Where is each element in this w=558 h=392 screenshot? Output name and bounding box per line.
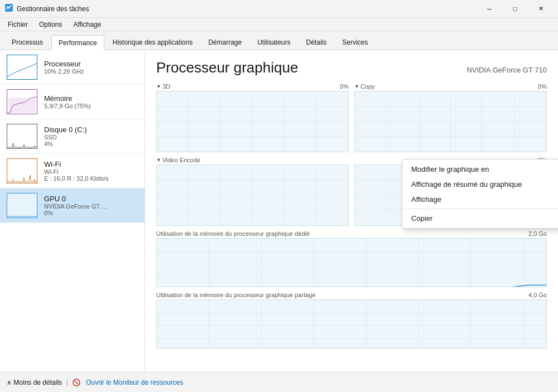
gpu-label: GPU 0 [44, 195, 138, 203]
mem-thumbnail [7, 89, 37, 114]
graph-copy-label-row: ▼ Copy 0% [354, 83, 547, 90]
menu-affichage[interactable]: Affichage [68, 20, 107, 30]
graph-section-encode: ▼ Video Encode [156, 157, 349, 226]
wifi-info: Wi-Fi Wi-Fi E : 16,0 R : 32,0 Kbits/s [44, 160, 138, 182]
graph-3d-box [156, 91, 349, 152]
mem-info: Mémoire 5,9/7,9 Go (75%) [44, 94, 138, 109]
wifi-thumbnail [7, 158, 37, 183]
graph-dedicated-mem-label: Utilisation de la mémoire du processeur … [156, 230, 310, 237]
app-icon [4, 3, 13, 14]
mem-sub: 5,9/7,9 Go (75%) [44, 103, 138, 109]
menu-options[interactable]: Options [33, 20, 68, 30]
content-header: Processeur graphique NVIDIA GeForce GT 7… [156, 59, 547, 76]
ctx-divider [402, 209, 558, 209]
sidebar: Processeur 10% 2,29 GHz Mémoire 5,9/7,9 … [0, 50, 145, 372]
sidebar-item-wifi[interactable]: Wi-Fi Wi-Fi E : 16,0 R : 32,0 Kbits/s [0, 154, 145, 188]
graph-dedicated-mem-box [156, 238, 547, 287]
tab-demarrage[interactable]: Démarrage [201, 35, 249, 50]
titlebar-title: Gestionnaire des tâches [17, 5, 477, 13]
tab-services[interactable]: Services [335, 35, 375, 50]
bottombar-separator: | [66, 379, 68, 386]
content-title: Processeur graphique [156, 59, 298, 76]
disk-info: Disque 0 (C:) SSD 4% [44, 125, 138, 147]
gpu-val: 0% [44, 210, 138, 216]
sidebar-item-mem[interactable]: Mémoire 5,9/7,9 Go (75%) [0, 85, 145, 119]
graph-dedicated-mem-label-row: Utilisation de la mémoire du processeur … [156, 230, 547, 237]
titlebar: Gestionnaire des tâches ─ □ ✕ [0, 0, 558, 18]
ctx-copier-label: Copier [411, 214, 432, 222]
graph-3d-label-row: ▼ 3D 0% [156, 83, 349, 90]
graph-copy-box [354, 91, 547, 152]
content-device: NVIDIA GeForce GT 710 [466, 66, 547, 74]
bottombar: ∧ Moins de détails | Ouvrir le Moniteur … [0, 372, 558, 392]
chevron-down-icon-3d: ▼ [156, 84, 161, 89]
graph-copy-label: ▼ Copy [354, 83, 375, 90]
tab-performance[interactable]: Performance [51, 35, 104, 50]
titlebar-controls: ─ □ ✕ [477, 0, 554, 18]
graph-section-dedicated-mem: Utilisation de la mémoire du processeur … [156, 230, 547, 287]
sidebar-item-gpu[interactable]: GPU 0 NVIDIA GeForce GT ... 0% [0, 188, 145, 223]
wifi-label: Wi-Fi [44, 160, 138, 168]
chevron-down-icon-copy: ▼ [354, 84, 359, 89]
disk-label: Disque 0 (C:) [44, 125, 138, 134]
graph-encode-label: ▼ Video Encode [156, 157, 200, 163]
main-area: Processeur 10% 2,29 GHz Mémoire 5,9/7,9 … [0, 50, 558, 372]
graph-shared-mem-label: Utilisation de la mémoire du processeur … [156, 292, 316, 298]
graph-shared-mem-max: 4,0 Go [528, 292, 547, 298]
ctx-item-affichage[interactable]: Affichage ▶ [402, 192, 558, 207]
ctx-affichage-label: Affichage [411, 195, 441, 204]
graph-encode-label-row: ▼ Video Encode [156, 157, 349, 163]
minimize-button[interactable]: ─ [477, 0, 502, 18]
ctx-item-modifier[interactable]: Modifier le graphique en ▶ [402, 162, 558, 177]
cpu-label: Processeur [44, 60, 138, 68]
chevron-down-icon-encode: ▼ [156, 157, 161, 163]
graph-3d-pct: 0% [340, 83, 349, 90]
tab-utilisateurs[interactable]: Utilisateurs [250, 35, 297, 50]
mem-label: Mémoire [44, 94, 138, 103]
gpu-sub: NVIDIA GeForce GT ... [44, 203, 138, 210]
cpu-sub: 10% 2,29 GHz [44, 68, 138, 75]
tab-details[interactable]: Détails [299, 35, 334, 50]
svg-line-55 [75, 381, 78, 384]
ctx-modifier-label: Modifier le graphique en [411, 165, 489, 173]
close-button[interactable]: ✕ [528, 0, 554, 18]
gpu-thumbnail [7, 193, 37, 218]
cpu-thumbnail [7, 55, 37, 80]
resource-monitor-link[interactable]: Ouvrir le Moniteur de ressources [86, 379, 183, 386]
menu-fichier[interactable]: Fichier [2, 20, 33, 30]
resource-monitor-icon [73, 379, 80, 386]
disk-thumbnail [7, 124, 37, 149]
content-area: Processeur graphique NVIDIA GeForce GT 7… [145, 50, 558, 372]
tabbar: Processus Performance Historique des app… [0, 31, 558, 50]
tab-processus[interactable]: Processus [4, 35, 50, 50]
top-graph-row: ▼ 3D 0% [156, 83, 547, 152]
menubar: Fichier Options Affichage [0, 18, 558, 31]
sidebar-item-disk[interactable]: Disque 0 (C:) SSD 4% [0, 119, 145, 154]
ctx-item-affichage-resume[interactable]: Affichage de résumé du graphique [402, 177, 558, 192]
wifi-val: E : 16,0 R : 32,0 Kbits/s [44, 175, 138, 182]
graph-3d-label: ▼ 3D [156, 83, 170, 90]
graph-section-shared-mem: Utilisation de la mémoire du processeur … [156, 292, 547, 349]
ctx-item-copier[interactable]: Copier Ctrl+C [402, 211, 558, 226]
graph-shared-mem-label-row: Utilisation de la mémoire du processeur … [156, 292, 547, 298]
cpu-info: Processeur 10% 2,29 GHz [44, 60, 138, 75]
sidebar-item-cpu[interactable]: Processeur 10% 2,29 GHz [0, 50, 145, 85]
graph-dedicated-mem-max: 2,0 Go [528, 230, 547, 237]
tab-historique[interactable]: Historique des applications [105, 35, 200, 50]
gpu-info: GPU 0 NVIDIA GeForce GT ... 0% [44, 195, 138, 216]
disk-val: 4% [44, 141, 138, 147]
graph-section-copy: ▼ Copy 0% [354, 83, 547, 152]
graph-copy-pct: 0% [538, 83, 547, 90]
collapse-button[interactable]: ∧ Moins de détails [7, 379, 62, 386]
graph-encode-box [156, 164, 349, 226]
maximize-button[interactable]: □ [502, 0, 528, 18]
wifi-sub: Wi-Fi [44, 168, 138, 175]
disk-sub: SSD [44, 134, 138, 141]
context-menu: Modifier le graphique en ▶ Affichage de … [402, 159, 558, 229]
graph-section-3d: ▼ 3D 0% [156, 83, 349, 152]
graph-shared-mem-box [156, 299, 547, 349]
svg-rect-1 [8, 98, 36, 113]
ctx-affichage-resume-label: Affichage de résumé du graphique [411, 180, 522, 188]
